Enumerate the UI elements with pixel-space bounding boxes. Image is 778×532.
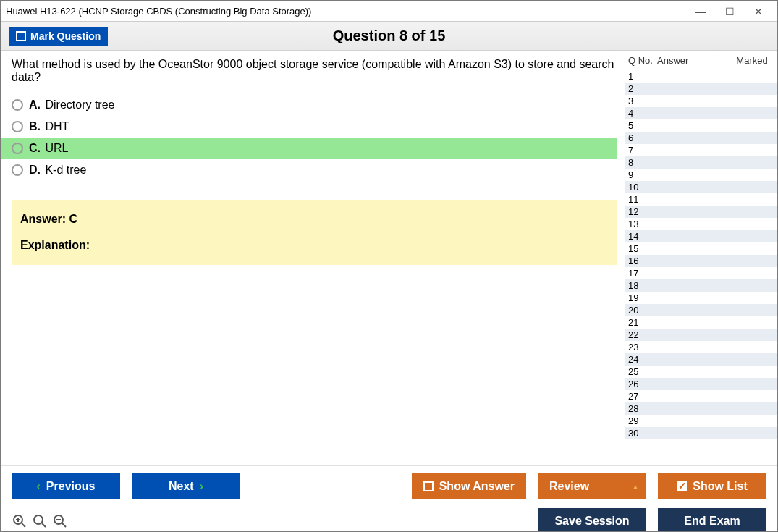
sidebar-row[interactable]: 4 (625, 107, 777, 119)
review-button[interactable]: Review ▲ (538, 473, 646, 499)
checkbox-icon (423, 481, 434, 491)
row-qno: 14 (628, 231, 657, 242)
row-qno: 19 (628, 292, 657, 303)
row-qno: 13 (628, 219, 657, 229)
sidebar-row[interactable]: 25 (625, 366, 777, 378)
radio-icon (12, 164, 23, 176)
sidebar-row[interactable]: 20 (625, 304, 777, 316)
option-label: C. URL (29, 142, 68, 155)
sidebar-row[interactable]: 5 (625, 119, 777, 132)
sidebar-row[interactable]: 2 (625, 83, 777, 95)
row-qno: 1 (628, 71, 657, 82)
previous-button[interactable]: ‹ Previous (12, 473, 120, 499)
mark-question-button[interactable]: Mark Question (9, 27, 108, 46)
svg-line-5 (42, 523, 46, 527)
sidebar-row[interactable]: 15 (625, 242, 777, 255)
chevron-down-icon: ▲ (632, 483, 639, 491)
option-A[interactable]: A. Directory tree (1, 94, 617, 116)
checkbox-checked-icon (677, 481, 687, 491)
sidebar-row[interactable]: 19 (625, 292, 777, 304)
mark-question-label: Mark Question (30, 30, 101, 42)
option-label: B. DHT (29, 120, 69, 133)
sidebar-row[interactable]: 29 (625, 415, 777, 427)
sidebar-row[interactable]: 13 (625, 218, 777, 230)
answer-box: Answer: C Explanation: (12, 200, 617, 265)
save-session-button[interactable]: Save Session (538, 508, 646, 532)
row-qno: 21 (628, 317, 657, 328)
sidebar-row[interactable]: 10 (625, 181, 777, 193)
sidebar-row[interactable]: 12 (625, 206, 777, 218)
chevron-left-icon: ‹ (37, 480, 41, 493)
sidebar-row[interactable]: 11 (625, 193, 777, 206)
sidebar-row[interactable]: 1 (625, 70, 777, 83)
sidebar-row[interactable]: 17 (625, 267, 777, 279)
row-qno: 17 (628, 268, 657, 279)
zoom-icon[interactable] (32, 513, 48, 529)
row-qno: 3 (628, 96, 657, 106)
option-D[interactable]: D. K-d tree (1, 159, 617, 181)
maximize-button[interactable]: ☐ (722, 6, 737, 17)
question-counter: Question 8 of 15 (1, 28, 777, 44)
next-button[interactable]: Next › (132, 473, 240, 499)
top-bar: Mark Question Question 8 of 15 (1, 22, 777, 51)
button-row-1: ‹ Previous Next › Show Answer Review ▲ S… (12, 473, 766, 499)
row-qno: 4 (628, 108, 657, 119)
row-qno: 8 (628, 157, 657, 168)
svg-line-7 (62, 523, 66, 527)
sidebar-row[interactable]: 28 (625, 402, 777, 415)
sidebar-row[interactable]: 7 (625, 144, 777, 156)
sidebar-row[interactable]: 24 (625, 353, 777, 366)
sidebar-row[interactable]: 3 (625, 95, 777, 107)
sidebar-row[interactable]: 23 (625, 341, 777, 353)
row-qno: 9 (628, 169, 657, 180)
zoom-controls (12, 513, 68, 529)
option-C[interactable]: C. URL (1, 138, 617, 159)
row-qno: 25 (628, 366, 657, 377)
sidebar-list[interactable]: 1234567891011121314151617181920212223242… (625, 70, 777, 465)
button-row-2: Save Session End Exam (12, 508, 766, 532)
zoom-in-icon[interactable] (12, 513, 28, 529)
sidebar-row[interactable]: 18 (625, 279, 777, 292)
radio-icon (12, 121, 23, 132)
explanation-label: Explanation: (20, 239, 609, 252)
minimize-button[interactable]: — (693, 6, 709, 17)
row-qno: 23 (628, 342, 657, 352)
show-answer-button[interactable]: Show Answer (412, 473, 526, 499)
sidebar-row[interactable]: 8 (625, 156, 777, 169)
sidebar-row[interactable]: 16 (625, 255, 777, 267)
review-label: Review (549, 480, 589, 493)
sidebar-row[interactable]: 14 (625, 230, 777, 242)
zoom-out-icon[interactable] (52, 513, 68, 529)
sidebar-row[interactable]: 6 (625, 132, 777, 144)
checkbox-icon (16, 31, 26, 41)
window-controls: — ☐ ✕ (693, 6, 772, 17)
row-qno: 30 (628, 428, 657, 439)
answer-line: Answer: C (20, 213, 609, 226)
chevron-right-icon: › (200, 480, 203, 493)
row-qno: 7 (628, 145, 657, 156)
sidebar-row[interactable]: 27 (625, 390, 777, 402)
close-button[interactable]: ✕ (750, 6, 766, 17)
sidebar-row[interactable]: 22 (625, 329, 777, 341)
sidebar-header: Q No. Answer Marked (625, 51, 777, 70)
col-marked: Marked (730, 55, 774, 66)
show-list-button[interactable]: Show List (658, 473, 766, 499)
sidebar-row[interactable]: 21 (625, 316, 777, 329)
option-label: A. Directory tree (29, 98, 114, 111)
row-qno: 6 (628, 132, 657, 143)
row-qno: 27 (628, 391, 657, 402)
end-exam-label: End Exam (684, 515, 740, 528)
row-qno: 24 (628, 354, 657, 365)
question-panel: What method is used by the OceanStor 900… (1, 51, 625, 465)
sidebar-row[interactable]: 30 (625, 427, 777, 439)
row-qno: 22 (628, 329, 657, 340)
sidebar-row[interactable]: 26 (625, 378, 777, 390)
save-session-label: Save Session (554, 515, 629, 528)
option-B[interactable]: B. DHT (1, 116, 617, 138)
svg-point-4 (34, 515, 43, 524)
end-exam-button[interactable]: End Exam (658, 508, 766, 532)
window-title: Huawei H13-622 (HCNP Storage CBDS (Const… (6, 6, 693, 17)
option-list: A. Directory treeB. DHTC. URLD. K-d tree (1, 94, 625, 181)
sidebar-row[interactable]: 9 (625, 169, 777, 181)
radio-icon (12, 143, 23, 154)
